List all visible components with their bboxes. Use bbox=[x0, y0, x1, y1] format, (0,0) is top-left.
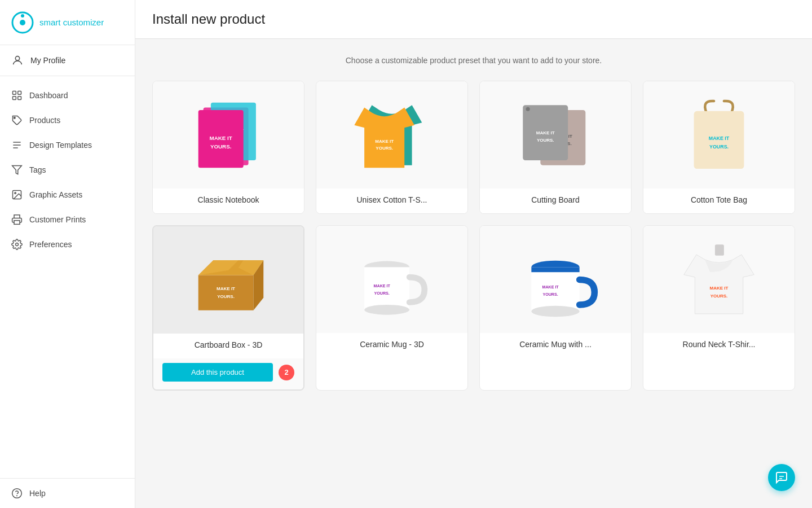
sidebar-item-customer-prints[interactable]: Customer Prints bbox=[0, 207, 135, 232]
product-image-ceramic-mug-3d: MAKE IT YOURS. bbox=[316, 226, 467, 333]
svg-point-2 bbox=[21, 14, 24, 17]
page-title: Install new product bbox=[152, 11, 795, 27]
sidebar-item-graphic-assets[interactable]: Graphic Assets bbox=[0, 182, 135, 207]
user-icon bbox=[11, 54, 24, 67]
app-logo-text: smart customizer bbox=[39, 17, 104, 27]
product-image-unisex-tshirt: MAKE IT YOURS. MAKE IT YOURS. bbox=[316, 81, 467, 189]
svg-point-14 bbox=[15, 192, 16, 194]
sidebar-item-label-dashboard: Dashboard bbox=[29, 91, 68, 100]
sidebar-item-design-templates[interactable]: Design Templates bbox=[0, 133, 135, 157]
sidebar-item-tags[interactable]: Tags bbox=[0, 157, 135, 182]
sidebar-item-dashboard[interactable]: Dashboard bbox=[0, 83, 135, 108]
product-name-cardboard-box-3d: Cartboard Box - 3D bbox=[153, 334, 303, 358]
sidebar-item-products[interactable]: Products bbox=[0, 108, 135, 133]
svg-text:MAKE IT: MAKE IT bbox=[210, 135, 232, 141]
product-card-round-neck-tshirt[interactable]: MAKE IT YOURS. Round Neck T-Shir... bbox=[643, 225, 795, 391]
sidebar-item-label-products: Products bbox=[29, 116, 60, 125]
product-name-classic-notebook: Classic Notebook bbox=[153, 189, 304, 213]
sidebar-item-label-customer-prints: Customer Prints bbox=[29, 215, 86, 224]
main-header: Install new product bbox=[135, 0, 812, 39]
svg-rect-6 bbox=[13, 97, 16, 100]
svg-text:YOURS.: YOURS. bbox=[542, 292, 558, 296]
sidebar-item-label-design-templates: Design Templates bbox=[29, 141, 92, 150]
svg-point-56 bbox=[531, 305, 579, 317]
svg-marker-12 bbox=[12, 166, 22, 174]
sidebar: smart customizer My Profile Dashboard Pr… bbox=[0, 0, 135, 508]
product-badge: 2 bbox=[279, 365, 294, 380]
svg-point-1 bbox=[20, 20, 25, 25]
product-name-ceramic-mug-with: Ceramic Mug with ... bbox=[480, 333, 631, 358]
help-section[interactable]: Help bbox=[0, 478, 135, 508]
main-content: Choose a customizable product preset tha… bbox=[135, 39, 812, 408]
product-name-unisex-cotton-ts: Unisex Cotton T-S... bbox=[316, 189, 467, 213]
product-image-round-neck-tshirt: MAKE IT YOURS. bbox=[643, 226, 795, 333]
product-card-cutting-board[interactable]: MAKE IT YOURS. MAKE IT YOURS. Cutting Bo… bbox=[479, 81, 632, 214]
svg-text:MAKE IT: MAKE IT bbox=[536, 130, 555, 135]
svg-rect-60 bbox=[715, 244, 724, 256]
help-icon bbox=[11, 488, 23, 499]
page-subtitle: Choose a customizable product preset tha… bbox=[152, 56, 795, 65]
product-name-cutting-board: Cutting Board bbox=[480, 189, 631, 213]
my-profile-section[interactable]: My Profile bbox=[0, 45, 135, 76]
sidebar-item-label-tags: Tags bbox=[29, 165, 46, 174]
add-product-button[interactable]: Add this product bbox=[162, 363, 273, 382]
svg-text:MAKE IT: MAKE IT bbox=[217, 286, 235, 291]
product-card-cotton-tote-bag[interactable]: MAKE IT YOURS. Cotton Tote Bag bbox=[643, 81, 795, 214]
svg-rect-7 bbox=[18, 97, 21, 100]
sidebar-item-preferences[interactable]: Preferences bbox=[0, 232, 135, 257]
tag-icon bbox=[11, 115, 23, 126]
product-card-classic-notebook[interactable]: MAKE IT YOURS. MAKE IT YOURS. MAKE IT YO… bbox=[152, 81, 304, 214]
settings-icon bbox=[11, 239, 23, 250]
product-name-cotton-tote-bag: Cotton Tote Bag bbox=[643, 189, 795, 213]
svg-text:YOURS.: YOURS. bbox=[709, 143, 729, 149]
svg-text:MAKE IT: MAKE IT bbox=[374, 283, 391, 288]
chat-button[interactable] bbox=[768, 464, 795, 491]
product-card-ceramic-mug-with[interactable]: MAKE IT YOURS. Ceramic Mug with ... bbox=[479, 225, 632, 391]
printer-icon bbox=[11, 214, 23, 225]
svg-text:YOURS.: YOURS. bbox=[537, 138, 554, 143]
scissors-icon bbox=[11, 139, 23, 151]
help-item[interactable]: Help bbox=[11, 488, 123, 499]
svg-rect-15 bbox=[14, 221, 20, 225]
product-image-classic-notebook: MAKE IT YOURS. MAKE IT YOURS. MAKE IT YO… bbox=[153, 81, 304, 189]
filter-icon bbox=[11, 164, 23, 176]
svg-rect-57 bbox=[531, 267, 579, 272]
svg-point-16 bbox=[16, 243, 19, 246]
svg-point-17 bbox=[12, 489, 22, 498]
product-card-cardboard-box-3d[interactable]: MAKE IT YOURS. Cartboard Box - 3D Add th… bbox=[152, 225, 304, 391]
product-image-cotton-tote-bag: MAKE IT YOURS. bbox=[643, 81, 795, 189]
svg-point-51 bbox=[364, 304, 409, 314]
svg-text:YOURS.: YOURS. bbox=[217, 294, 235, 299]
product-image-cutting-board: MAKE IT YOURS. MAKE IT YOURS. bbox=[480, 81, 631, 189]
product-image-cardboard-box-3d: MAKE IT YOURS. bbox=[153, 226, 303, 334]
image-icon bbox=[11, 189, 23, 200]
help-label: Help bbox=[29, 489, 46, 498]
chat-icon bbox=[775, 471, 788, 484]
sidebar-item-label-preferences: Preferences bbox=[29, 240, 72, 249]
svg-text:YOURS.: YOURS. bbox=[210, 143, 232, 149]
svg-point-8 bbox=[14, 117, 16, 119]
logo-area: smart customizer bbox=[0, 0, 135, 45]
sidebar-item-label-graphic-assets: Graphic Assets bbox=[29, 190, 82, 199]
main-area: Install new product Choose a customizabl… bbox=[135, 0, 812, 508]
svg-rect-4 bbox=[13, 91, 16, 95]
nav-section: Dashboard Products Design Templates Tags bbox=[0, 76, 135, 478]
app-logo-icon bbox=[11, 11, 34, 34]
svg-rect-5 bbox=[18, 91, 21, 95]
svg-point-3 bbox=[15, 56, 19, 60]
product-card-ceramic-mug-3d[interactable]: MAKE IT YOURS. Ceramic Mug - 3D bbox=[316, 225, 468, 391]
product-card-unisex-cotton-ts[interactable]: MAKE IT YOURS. MAKE IT YOURS. Unisex Cot… bbox=[316, 81, 468, 214]
svg-text:MAKE IT: MAKE IT bbox=[710, 286, 729, 291]
product-name-round-neck-tshirt: Round Neck T-Shir... bbox=[643, 333, 795, 358]
my-profile-label: My Profile bbox=[30, 56, 65, 65]
product-name-ceramic-mug-3d: Ceramic Mug - 3D bbox=[316, 333, 467, 358]
svg-point-36 bbox=[526, 107, 530, 111]
svg-text:MAKE IT: MAKE IT bbox=[542, 284, 559, 289]
card-footer-cardboard-box: Add this product 2 bbox=[153, 358, 303, 389]
svg-marker-42 bbox=[198, 275, 254, 310]
svg-rect-50 bbox=[364, 267, 409, 310]
svg-text:YOURS.: YOURS. bbox=[710, 293, 728, 298]
svg-text:MAKE IT: MAKE IT bbox=[375, 138, 394, 143]
grid-icon bbox=[11, 90, 23, 101]
products-grid: MAKE IT YOURS. MAKE IT YOURS. MAKE IT YO… bbox=[152, 81, 795, 391]
